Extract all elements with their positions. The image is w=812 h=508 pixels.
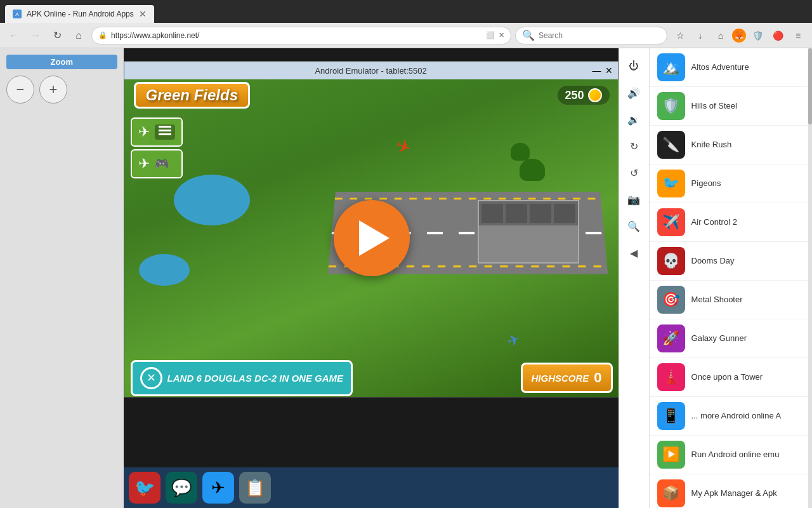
mission-circle-icon: ✕ [140, 367, 162, 389]
emulator-controls-strip: ⏻ 🔊 🔉 ↻ ↺ 📷 🔍 ◀ [619, 48, 649, 508]
game-list-item[interactable]: 🚀Galaxy Gunner [650, 319, 812, 358]
zoom-in-button[interactable]: + [39, 76, 67, 104]
game-name-label: Run Android online emu [691, 450, 780, 460]
zoom-ctrl-button[interactable]: 🔍 [621, 213, 646, 239]
game-list-item[interactable]: 📦My Apk Manager & Apk [650, 474, 812, 508]
taskbar-angry-birds[interactable]: 🐦 [129, 472, 160, 504]
game-title: Green Fields [134, 82, 250, 109]
tablet-icon: ⬜ [486, 31, 495, 39]
reload-button[interactable]: ↻ [48, 27, 66, 44]
main-layout: Zoom − + Android Emulator - tablet:5502 … [0, 48, 812, 508]
volume-down-button[interactable]: 🔉 [621, 107, 646, 132]
game-name-label: Once upon a Tower [691, 372, 763, 383]
game-list-item[interactable]: 🗼Once upon a Tower [650, 358, 812, 397]
downloads-button[interactable]: ↓ [691, 27, 709, 44]
emulator-titlebar: Android Emulator - tablet:5502 — ✕ [124, 62, 618, 79]
highscore-value: 0 [594, 370, 601, 386]
game-list-item[interactable]: 🔪Knife Rush [650, 126, 812, 164]
airport-building [478, 200, 579, 264]
firefox-logo: 🦊 [732, 29, 746, 43]
tree-2 [511, 143, 530, 161]
toolbar-icons: ☆ ↓ ⌂ 🦊 🛡️ 🔴 ≡ [671, 27, 807, 44]
game-name-label: Pigeons [691, 178, 721, 189]
game-list: 🏔️Altos Adventure🛡️Hills of Steel🔪Knife … [650, 48, 812, 508]
game-list-item[interactable]: 🎯Metal Shooter [650, 281, 812, 319]
game-list-item[interactable]: 🛡️Hills of Steel [650, 87, 812, 126]
tab-close-btn[interactable]: ✕ [139, 9, 147, 19]
coin-display: 250 [558, 86, 610, 105]
emulator-title: Android Emulator - tablet:5502 [315, 66, 426, 76]
game-list-item[interactable]: ✈️Air Control 2 [650, 203, 812, 242]
plane-gamepad-icon: ✈ [138, 156, 150, 172]
browser-tab[interactable]: A APK Online - Run Android Apps ✕ [5, 5, 154, 23]
game-list-item[interactable]: 💀Dooms Day [650, 242, 812, 281]
home-button[interactable]: ⌂ [70, 27, 88, 44]
gamepad-icon: 🎮 [155, 157, 169, 171]
gamepad-menu-badge[interactable]: ✈ 🎮 [131, 149, 183, 178]
security-icon: 🔒 [98, 31, 107, 39]
forward-button[interactable]: → [27, 27, 44, 44]
mission-badge: ✕ Land 6 Douglas DC-2 in one game [131, 360, 353, 396]
water-lake-2 [139, 254, 190, 286]
game-thumbnail: 🚀 [657, 324, 685, 352]
tab-favicon: A [13, 10, 22, 18]
search-input[interactable] [539, 31, 660, 40]
emulator-game-screen[interactable]: ✈ ✈ ✈ ✈ [124, 79, 619, 397]
rotate-ccw-button[interactable]: ↺ [621, 160, 646, 185]
taskbar-whatsapp[interactable]: 💬 [166, 472, 197, 504]
emulator-close[interactable]: ✕ [605, 65, 613, 76]
taskbar-telegram[interactable]: ✈ [202, 472, 234, 504]
firefox-menu-button[interactable]: 🔴 [769, 27, 787, 44]
coin-icon [588, 88, 602, 102]
search-icon: 🔍 [522, 29, 535, 41]
svg-rect-1 [159, 130, 171, 131]
app-taskbar: 🐦 💬 ✈ 📋 [124, 467, 619, 508]
game-thumbnail: 💀 [657, 247, 685, 275]
game-thumbnail: 🎯 [657, 286, 685, 314]
game-thumbnail: ▶️ [657, 441, 685, 469]
game-name-label: Metal Shooter [691, 295, 743, 305]
building-grid [479, 201, 578, 225]
bookmark-button[interactable]: ☆ [671, 27, 689, 44]
game-thumbnail: 🛡️ [657, 92, 685, 120]
play-button[interactable] [334, 200, 410, 276]
game-thumbnail: 🔪 [657, 131, 685, 159]
game-list-item[interactable]: ▶️Run Android online emu [650, 436, 812, 474]
taskbar-file-manager[interactable]: 📋 [239, 472, 271, 504]
url-display: https://www.apkonline.net/ [111, 31, 199, 40]
screenshot-button[interactable]: 📷 [621, 187, 646, 212]
game-list-item[interactable]: 🐦Pigeons [650, 164, 812, 203]
game-name-label: Dooms Day [691, 256, 735, 267]
game-list-item[interactable]: 🏔️Altos Adventure [650, 48, 812, 87]
home-icon-button[interactable]: ⌂ [712, 27, 730, 44]
address-bar[interactable]: 🔒 https://www.apkonline.net/ ⬜ ✕ [91, 27, 511, 44]
coin-amount: 250 [565, 89, 584, 102]
tree-1 [520, 159, 545, 181]
back-button[interactable]: ← [5, 27, 23, 44]
file-manager-icon: 📋 [245, 478, 265, 498]
game-list-item[interactable]: 📱... more Android online A [650, 397, 812, 436]
game-thumbnail: 📦 [657, 479, 685, 507]
emulator-minimize[interactable]: — [593, 65, 601, 76]
game-name-label: ... more Android online A [691, 411, 782, 422]
power-button[interactable]: ⏻ [621, 53, 646, 79]
svg-rect-2 [159, 133, 171, 135]
left-panel: Zoom − + [0, 48, 124, 508]
mission-text: Land 6 Douglas DC-2 in one game [167, 373, 344, 384]
game-thumbnail: ✈️ [657, 208, 685, 236]
tab-bar: A APK Online - Run Android Apps ✕ [0, 0, 812, 23]
shield-button[interactable]: 🛡️ [749, 27, 766, 44]
zoom-out-button[interactable]: − [6, 76, 34, 104]
hamburger-menu[interactable]: ≡ [789, 27, 807, 44]
volume-up-button[interactable]: 🔊 [621, 80, 646, 105]
game-name-label: Hills of Steel [691, 101, 737, 112]
rotate-cw-button[interactable]: ↻ [621, 133, 646, 159]
search-box: 🔍 [515, 27, 667, 44]
close-url-icon[interactable]: ✕ [499, 31, 504, 39]
whatsapp-icon: 💬 [171, 478, 192, 498]
back-nav-button[interactable]: ◀ [621, 240, 646, 265]
browser-toolbar: ← → ↻ ⌂ 🔒 https://www.apkonline.net/ ⬜ ✕… [0, 23, 812, 48]
list-menu-badge[interactable]: ✈ [131, 117, 183, 147]
browser-chrome: A APK Online - Run Android Apps ✕ ← → ↻ … [0, 0, 812, 48]
highscore-badge: Highscore 0 [521, 363, 613, 393]
